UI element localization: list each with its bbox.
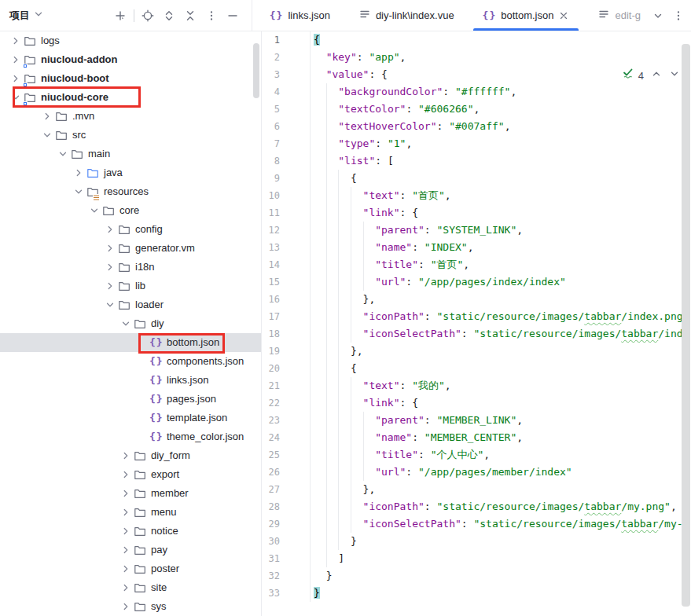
code-line-26[interactable]: 26"url": "/app/pages/member/index" (262, 464, 691, 481)
code-line-22[interactable]: 22"link": { (262, 394, 691, 412)
code-line-9[interactable]: 9{ (262, 170, 691, 187)
code-line-28[interactable]: 28"iconPath": "static/resource/images/ta… (262, 498, 691, 515)
chevron-down-icon[interactable] (119, 317, 132, 330)
chevron-right-icon[interactable] (119, 581, 132, 594)
code-line-13[interactable]: 13"name": "INDEX", (262, 239, 691, 256)
tree-item-niucloud-addon[interactable]: niucloud-addon (0, 50, 261, 69)
next-problem-icon[interactable] (669, 68, 680, 85)
chevron-down-icon[interactable] (57, 148, 69, 160)
code-line-1[interactable]: 1{ (262, 31, 691, 49)
code-line-27[interactable]: 27}, (262, 481, 691, 498)
tree-item-notice[interactable]: notice (0, 522, 261, 541)
chevron-right-icon[interactable] (72, 167, 85, 179)
code-line-14[interactable]: 14"title": "首页", (262, 256, 691, 273)
tree-item-config[interactable]: config (0, 220, 261, 239)
tree-item-pages.json[interactable]: {}pages.json (0, 390, 261, 409)
chevron-right-icon[interactable] (104, 223, 116, 236)
tab-edit-g[interactable]: edit-g (586, 0, 652, 31)
chevron-right-icon[interactable] (104, 280, 116, 292)
code-line-11[interactable]: 11"link": { (262, 204, 691, 222)
tree-item-lib[interactable]: lib (0, 277, 261, 295)
tree-item-poster[interactable]: poster (0, 559, 261, 578)
code-line-5[interactable]: 5"textColor": "#606266", (262, 101, 691, 118)
tab-options-button-icon[interactable] (672, 9, 685, 22)
chevron-right-icon[interactable] (119, 487, 132, 500)
tree-item-bottom.json[interactable]: {}bottom.json (0, 333, 261, 352)
code-line-29[interactable]: 29"iconSelectPath": "static/resource/ima… (262, 515, 691, 533)
code-line-12[interactable]: 12"parent": "SYSTEM_LINK", (262, 222, 691, 239)
tree-item-niucloud-core[interactable]: niucloud-core (0, 88, 261, 107)
chevron-down-icon[interactable] (41, 129, 53, 141)
tree-item-member[interactable]: member (0, 484, 261, 503)
code-line-4[interactable]: 4"backgroundColor": "#ffffff", (262, 83, 691, 101)
code-line-21[interactable]: 21"text": "我的", (262, 377, 691, 394)
tab-bottom.json[interactable]: {}bottom.json (472, 0, 581, 31)
chevron-right-icon[interactable] (119, 506, 132, 519)
tree-item-links.json[interactable]: {}links.json (0, 371, 261, 390)
tree-item-loader[interactable]: loader (0, 295, 261, 314)
code-line-18[interactable]: 18"iconSelectPath": "static/resource/ima… (262, 325, 691, 343)
code-line-30[interactable]: 30} (262, 533, 691, 550)
previous-problem-icon[interactable] (651, 68, 662, 85)
code-line-6[interactable]: 6"textHoverColor": "#007aff", (262, 118, 691, 135)
collapse-all-button-icon[interactable] (182, 8, 198, 24)
tree-item-site[interactable]: site (0, 578, 261, 597)
chevron-down-icon[interactable] (9, 91, 22, 104)
chevron-right-icon[interactable] (104, 261, 116, 273)
code-line-16[interactable]: 16}, (262, 291, 691, 308)
chevron-right-icon[interactable] (41, 110, 53, 123)
chevron-down-icon[interactable] (72, 185, 85, 198)
tree-item-diy_form[interactable]: diy_form (0, 446, 261, 465)
more-options-button-icon[interactable] (204, 8, 219, 24)
tree-item-java[interactable]: java (0, 163, 261, 182)
project-panel-title-dropdown[interactable]: 项目 (0, 9, 44, 23)
expand-all-button-icon[interactable] (161, 8, 177, 24)
tree-item-diy[interactable]: diy (0, 314, 261, 333)
tree-item-generator.vm[interactable]: generator.vm (0, 239, 261, 258)
inspection-widget[interactable]: 4 (622, 67, 680, 85)
tree-item-theme_color.json[interactable]: {}theme_color.json (0, 427, 261, 446)
tree-item-template.json[interactable]: {}template.json (0, 409, 261, 427)
tab-diy-link-index.vue[interactable]: diy-link\index.vue (347, 0, 465, 31)
code-line-24[interactable]: 24"name": "MEMBER_CENTER", (262, 429, 691, 446)
chevron-right-icon[interactable] (119, 449, 132, 462)
chevron-down-icon[interactable] (104, 299, 116, 311)
code-line-17[interactable]: 17"iconPath": "static/resource/images/ta… (262, 308, 691, 325)
tree-item-menu[interactable]: menu (0, 503, 261, 522)
editor-scrollbar[interactable] (682, 44, 690, 607)
new-button-icon[interactable] (112, 8, 128, 24)
chevron-right-icon[interactable] (9, 35, 22, 47)
chevron-right-icon[interactable] (9, 72, 22, 85)
chevron-down-icon[interactable] (88, 204, 101, 217)
tree-item-pay[interactable]: pay (0, 541, 261, 559)
code-line-33[interactable]: 33} (262, 585, 691, 602)
tree-item-core[interactable]: core (0, 201, 261, 220)
tree-item-export[interactable]: export (0, 465, 261, 484)
tree-item-resources[interactable]: resources (0, 182, 261, 201)
chevron-right-icon[interactable] (119, 544, 132, 556)
chevron-right-icon[interactable] (119, 468, 132, 481)
code-line-10[interactable]: 10"text": "首页", (262, 187, 691, 204)
tree-item-logs[interactable]: logs (0, 31, 261, 50)
code-line-32[interactable]: 32} (262, 567, 691, 585)
code-line-2[interactable]: 2"key": "app", (262, 49, 691, 66)
close-tab-icon[interactable] (558, 10, 569, 21)
code-line-19[interactable]: 19}, (262, 343, 691, 360)
tree-item-i18n[interactable]: i18n (0, 258, 261, 277)
chevron-right-icon[interactable] (119, 525, 132, 537)
code-line-15[interactable]: 15"url": "/app/pages/index/index" (262, 273, 691, 291)
tree-item-src[interactable]: src (0, 126, 261, 145)
code-line-31[interactable]: 31] (262, 550, 691, 567)
chevron-right-icon[interactable] (119, 563, 132, 575)
tab-list-dropdown-icon[interactable] (652, 9, 664, 22)
hide-panel-button-icon[interactable] (225, 8, 241, 24)
tab-links.json[interactable]: {}links.json (259, 0, 341, 31)
select-opened-file-button-icon[interactable] (140, 8, 156, 24)
tree-item-sys[interactable]: sys (0, 597, 261, 616)
code-line-23[interactable]: 23"parent": "MEMBER_LINK", (262, 412, 691, 429)
chevron-right-icon[interactable] (104, 242, 116, 255)
tree-item-components.json[interactable]: {}components.json (0, 352, 261, 371)
tree-item-main[interactable]: main (0, 145, 261, 163)
chevron-right-icon[interactable] (119, 600, 132, 613)
code-line-20[interactable]: 20{ (262, 360, 691, 377)
